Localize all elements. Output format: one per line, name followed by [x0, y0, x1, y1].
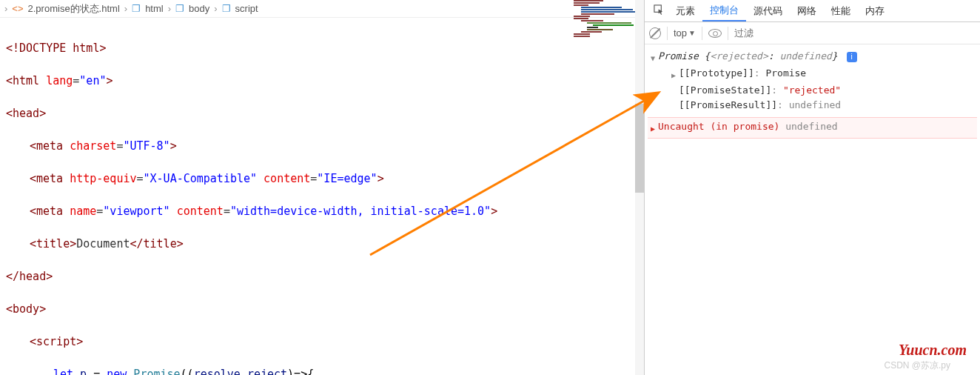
inspect-icon[interactable]: [649, 4, 668, 18]
file-icon: <>: [12, 3, 23, 14]
tab-memory[interactable]: 内存: [858, 0, 892, 21]
info-icon[interactable]: i: [847, 52, 857, 62]
devtools-tabs: 元素 控制台 源代码 网络 性能 内存: [645, 0, 980, 22]
cube-icon: ❐: [132, 3, 141, 14]
breadcrumb-script[interactable]: script: [235, 3, 258, 14]
console-output: ▼ Promise {<rejected>: undefined} i ▶ [[…: [645, 44, 980, 375]
error-expand-icon[interactable]: ▶: [648, 119, 658, 136]
tab-network[interactable]: 网络: [790, 0, 824, 21]
expand-icon[interactable]: ▶: [668, 66, 679, 83]
expand-icon[interactable]: ▼: [648, 49, 658, 66]
promise-result-row: [[PromiseResult]]: undefined: [648, 98, 977, 113]
breadcrumb-html[interactable]: html: [145, 3, 164, 14]
tab-console[interactable]: 控制台: [702, 0, 746, 21]
csdn-watermark: CSDN @苏凉.py: [884, 359, 950, 372]
console-error-row[interactable]: ▶ Uncaught (in promise) undefined: [648, 117, 977, 139]
code-editor: › <> 2.promise的状态.html › ❐ html › ❐ body…: [0, 0, 644, 375]
breadcrumb-body[interactable]: body: [189, 3, 209, 14]
console-toolbar: top ▼: [645, 22, 980, 44]
cube-icon: ❐: [222, 3, 231, 14]
devtools-panel: 元素 控制台 源代码 网络 性能 内存 top ▼ ▼ Promise {<re…: [644, 0, 980, 375]
watermark: Yuucn.com: [899, 342, 967, 359]
minimap[interactable]: [574, 0, 644, 44]
breadcrumb-file[interactable]: 2.promise的状态.html: [28, 2, 120, 16]
clear-console-icon[interactable]: [649, 27, 661, 39]
prototype-row[interactable]: ▶ [[Prototype]]: Promise: [648, 66, 977, 83]
tab-performance[interactable]: 性能: [824, 0, 858, 21]
promise-state-row: [[PromiseState]]: "rejected": [648, 83, 977, 98]
console-promise-object[interactable]: ▼ Promise {<rejected>: undefined} i: [648, 49, 977, 66]
tab-elements[interactable]: 元素: [668, 0, 702, 21]
tab-sources[interactable]: 源代码: [746, 0, 790, 21]
editor-scrollbar[interactable]: [635, 0, 644, 375]
context-selector[interactable]: top ▼: [674, 27, 696, 39]
breadcrumb: › <> 2.promise的状态.html › ❐ html › ❐ body…: [0, 0, 644, 18]
cube-icon: ❐: [175, 3, 184, 14]
live-expression-icon[interactable]: [708, 29, 722, 38]
code-area[interactable]: <!DOCTYPE html> <html lang="en"> <head> …: [0, 18, 644, 375]
filter-input[interactable]: [734, 27, 980, 39]
